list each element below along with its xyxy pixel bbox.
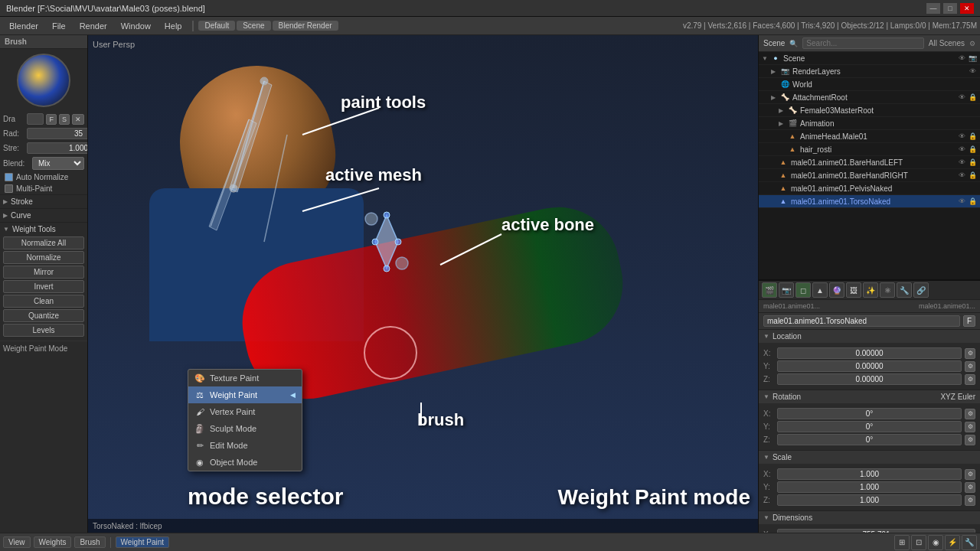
maximize-button[interactable]: □ — [943, 3, 957, 14]
rot-x-btn[interactable]: ⚙ — [965, 409, 975, 419]
toolbar-icon-2[interactable]: ⊡ — [911, 535, 926, 550]
viewport[interactable]: User Persp paint tools active mesh activ… — [88, 35, 758, 533]
menu-blender[interactable]: Blender — [3, 20, 44, 32]
tn-lock-icon[interactable]: 🔒 — [968, 197, 977, 205]
close-button[interactable]: ✕ — [960, 3, 974, 14]
tn-eye-icon[interactable]: 👁 — [957, 197, 966, 205]
outliner-search-input[interactable] — [802, 37, 923, 49]
props-particle-icon[interactable]: ✨ — [863, 282, 878, 298]
toolbar-icon-4[interactable]: ⚡ — [945, 535, 960, 550]
weight-tools-toggle[interactable]: ▼ Weight Tools — [0, 222, 87, 236]
hr-eye-icon[interactable]: 👁 — [957, 145, 966, 153]
scale-z-input[interactable] — [777, 494, 962, 506]
scale-x-input[interactable] — [777, 468, 962, 480]
loc-y-input[interactable] — [777, 360, 962, 372]
normalize-all-btn[interactable]: Normalize All — [3, 236, 84, 249]
auto-normalize-row[interactable]: Auto Normalize — [0, 171, 87, 183]
loc-x-input[interactable] — [777, 347, 962, 359]
quantize-btn[interactable]: Quantize — [3, 309, 84, 322]
radius-input[interactable] — [27, 128, 88, 139]
draw-s-btn[interactable]: S — [59, 114, 70, 125]
invert-btn[interactable]: Invert — [3, 280, 84, 293]
brush-preview[interactable] — [17, 54, 70, 107]
mirror-btn[interactable]: Mirror — [3, 266, 84, 279]
tree-item-animehead[interactable]: ▲ AnimeHead.Male01 👁 🔒 — [759, 130, 980, 143]
props-object-icon[interactable]: ◻ — [795, 282, 811, 298]
mode-texture-paint[interactable]: 🎨 Texture Paint — [188, 370, 302, 386]
weight-paint-mode-btn[interactable]: Weight Paint — [116, 536, 170, 548]
mode-object[interactable]: ◉ Object Mode — [188, 454, 302, 471]
tree-item-world[interactable]: 🌐 World — [759, 78, 980, 91]
props-render-icon[interactable]: 📷 — [779, 282, 794, 298]
ah-eye-icon[interactable]: 👁 — [957, 132, 966, 140]
curve-toggle[interactable]: ▶ Curve — [0, 208, 87, 222]
tree-item-hairrosti[interactable]: ▲ hair_rosti 👁 🔒 — [759, 143, 980, 156]
tree-item-renderlayers[interactable]: ▶ 📷 RenderLayers 👁 — [759, 65, 980, 78]
props-scene-icon[interactable]: 🎬 — [762, 282, 777, 298]
props-constraint-icon[interactable]: 🔗 — [913, 282, 929, 298]
multi-paint-checkbox[interactable] — [5, 184, 13, 193]
rot-y-input[interactable] — [777, 421, 962, 432]
normalize-btn[interactable]: Normalize — [3, 251, 84, 264]
rot-z-btn[interactable]: ⚙ — [965, 435, 975, 445]
toolbar-icon-5[interactable]: 🔧 — [962, 535, 977, 550]
menu-help[interactable]: Help — [158, 20, 188, 32]
tree-item-female03[interactable]: ▶ 🦴 Female03MasterRoot — [759, 104, 980, 117]
levels-btn[interactable]: Levels — [3, 324, 84, 337]
mode-weight-paint[interactable]: ⚖ Weight Paint ◀ — [188, 386, 302, 403]
scene-selector[interactable]: Scene — [237, 21, 270, 31]
obj-name-input[interactable] — [763, 315, 960, 327]
scale-x-btn[interactable]: ⚙ — [965, 469, 975, 480]
toolbar-icon-1[interactable]: ⊞ — [894, 535, 910, 550]
outliner-gear-icon[interactable]: ⚙ — [969, 40, 975, 47]
props-physics-icon[interactable]: ⚛ — [880, 282, 895, 298]
tree-item-scene[interactable]: ▼ ● Scene 👁 📷 — [759, 52, 980, 65]
loc-y-btn[interactable]: ⚙ — [965, 361, 975, 372]
auto-normalize-checkbox[interactable] — [5, 173, 13, 181]
loc-z-btn[interactable]: ⚙ — [965, 374, 975, 385]
tree-item-torsonaked[interactable]: ▲ male01.anime01.TorsoNaked 👁 🔒 — [759, 195, 980, 208]
tree-item-attachmentroot[interactable]: ▶ 🦴 AttachmentRoot 👁 🔒 — [759, 91, 980, 104]
ar-lock-icon[interactable]: 🔒 — [968, 93, 977, 101]
scale-y-input[interactable] — [777, 481, 962, 493]
scale-z-btn[interactable]: ⚙ — [965, 495, 975, 506]
hl-eye-icon[interactable]: 👁 — [957, 158, 966, 166]
ah-lock-icon[interactable]: 🔒 — [968, 132, 977, 140]
props-mesh-icon[interactable]: ▲ — [812, 282, 828, 298]
scale-y-btn[interactable]: ⚙ — [965, 482, 975, 493]
hre-eye-icon[interactable]: 👁 — [957, 171, 966, 179]
obj-name-f-btn[interactable]: F — [963, 315, 975, 327]
rot-z-input[interactable] — [777, 434, 962, 445]
rot-y-btn[interactable]: ⚙ — [965, 422, 975, 432]
mode-edit[interactable]: ✏ Edit Mode — [188, 437, 302, 454]
mode-sculpt[interactable]: 🗿 Sculpt Mode — [188, 420, 302, 437]
rot-x-input[interactable] — [777, 408, 962, 419]
tree-item-haneright[interactable]: ▲ male01.anime01.BareHandRIGHT 👁 🔒 — [759, 169, 980, 182]
hr-lock-icon[interactable]: 🔒 — [968, 145, 977, 153]
scene-eye-icon[interactable]: 👁 — [957, 54, 966, 62]
minimize-button[interactable]: — — [926, 3, 940, 14]
loc-z-input[interactable] — [777, 373, 962, 385]
rl-eye-icon[interactable]: 👁 — [968, 67, 977, 75]
draw-input[interactable]: 3 — [27, 113, 44, 125]
tree-item-animation[interactable]: ▶ 🎬 Animation — [759, 117, 980, 130]
clean-btn[interactable]: Clean — [3, 295, 84, 308]
tree-item-pelvis[interactable]: ▲ male01.anime01.PelvisNaked — [759, 182, 980, 195]
menu-render[interactable]: Render — [74, 20, 113, 32]
tree-item-haneleft[interactable]: ▲ male01.anime01.BareHandLEFT 👁 🔒 — [759, 156, 980, 169]
ar-eye-icon[interactable]: 👁 — [957, 93, 966, 101]
menu-window[interactable]: Window — [115, 20, 157, 32]
draw-f-btn[interactable]: F — [46, 114, 57, 125]
multi-paint-row[interactable]: Multi-Paint — [0, 183, 87, 194]
blend-select[interactable]: Mix Add Multiply — [32, 157, 84, 170]
mode-vertex-paint[interactable]: 🖌 Vertex Paint — [188, 403, 302, 420]
toolbar-icon-3[interactable]: ◉ — [928, 535, 943, 550]
props-texture-icon[interactable]: 🖼 — [846, 282, 861, 298]
dim-x-input[interactable] — [777, 529, 975, 533]
layout-selector[interactable]: Default — [198, 21, 235, 31]
menu-file[interactable]: File — [46, 20, 72, 32]
hre-lock-icon[interactable]: 🔒 — [968, 171, 977, 179]
draw-x-btn[interactable]: ✕ — [72, 114, 84, 125]
scene-cam-icon[interactable]: 📷 — [968, 54, 977, 62]
hl-lock-icon[interactable]: 🔒 — [968, 158, 977, 166]
